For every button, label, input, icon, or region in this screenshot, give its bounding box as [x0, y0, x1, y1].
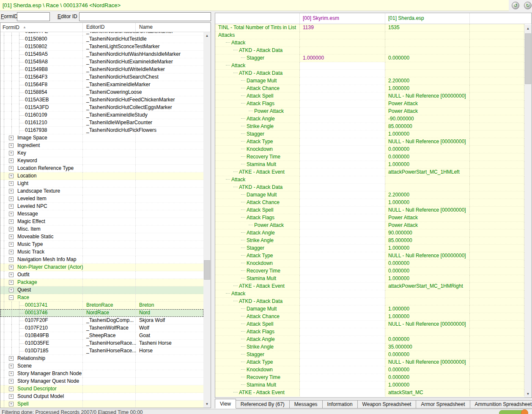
value-skyrim-esm[interactable]: [300, 267, 385, 275]
compare-row[interactable]: Stagger1.000000: [215, 245, 524, 252]
expand-icon[interactable]: +: [9, 151, 14, 155]
compare-row[interactable]: Strike Angle85.000000: [215, 123, 524, 131]
expand-icon[interactable]: +: [9, 166, 14, 171]
value-skyrim-esm[interactable]: [300, 47, 385, 54]
compare-row[interactable]: Recovery Time0.000000: [215, 267, 524, 275]
value-sherda-esp[interactable]: 0.000000: [385, 351, 470, 359]
compare-row[interactable]: Stagger1.0000000.000000: [215, 54, 524, 62]
value-skyrim-esm[interactable]: [300, 77, 385, 85]
tree-record-row[interactable]: 01161210_TasheniIdleWipeBarCounter: [0, 119, 203, 127]
compare-row[interactable]: Knockdown0.000000: [215, 260, 524, 267]
tab-armor-spreadsheet[interactable]: Armor Spreadsheet: [416, 400, 470, 409]
column-header-name[interactable]: Name: [136, 23, 211, 32]
value-sherda-esp[interactable]: attackPowerStart_MC_1HMRight: [385, 283, 470, 290]
expand-icon[interactable]: +: [9, 174, 14, 178]
expand-icon[interactable]: +: [9, 250, 14, 254]
tab-referenced-by-67[interactable]: Referenced By (67): [236, 400, 290, 409]
value-sherda-esp[interactable]: 0.000000: [385, 366, 470, 374]
compare-row[interactable]: Attack Chance1.000000: [215, 199, 524, 207]
value-skyrim-esm[interactable]: [300, 237, 385, 245]
value-skyrim-esm[interactable]: [300, 39, 385, 47]
collapse-icon[interactable]: −: [9, 295, 14, 300]
value-skyrim-esm[interactable]: [300, 374, 385, 381]
value-sherda-esp[interactable]: 90.000000: [385, 229, 470, 237]
value-skyrim-esm[interactable]: [300, 115, 385, 123]
value-skyrim-esm[interactable]: [300, 191, 385, 199]
value-sherda-esp[interactable]: 0.000000: [385, 54, 470, 62]
tree-record-row[interactable]: 011549B8_TasheniNordicHutWriteIdleMarker: [0, 66, 203, 74]
value-skyrim-esm[interactable]: 1.000000: [300, 54, 385, 62]
value-skyrim-esm[interactable]: [300, 62, 385, 70]
value-skyrim-esm[interactable]: [300, 138, 385, 146]
tree-category-row[interactable]: +Moveable Static: [0, 233, 203, 241]
tree-category-row[interactable]: +Leveled Item: [0, 195, 203, 203]
compare-row[interactable]: ATKD - Attack Data: [215, 184, 524, 191]
value-sherda-esp[interactable]: 1.000000: [385, 199, 470, 207]
tree-category-row[interactable]: +Ingredient: [0, 142, 203, 150]
expand-icon[interactable]: +: [9, 288, 14, 292]
tree-category-row[interactable]: +Location Reference Type: [0, 165, 203, 172]
compare-row[interactable]: Strike Angle85.000000: [215, 237, 524, 245]
value-sherda-esp[interactable]: 85.000000: [385, 237, 470, 245]
compare-scrollbar[interactable]: ▲ ▼: [524, 25, 532, 398]
expand-icon[interactable]: +: [9, 196, 14, 201]
value-sherda-esp[interactable]: 0.000000: [385, 267, 470, 275]
compare-row[interactable]: ATKE - Attack EventattackPowerStart_MC_1…: [215, 169, 524, 176]
value-sherda-esp[interactable]: 1.000000: [385, 245, 470, 252]
expand-icon[interactable]: +: [9, 242, 14, 247]
value-sherda-esp[interactable]: -90.000000: [385, 115, 470, 123]
compare-header-skyrim-esm[interactable]: [00] Skyrim.esm: [300, 13, 385, 24]
value-skyrim-esm[interactable]: [300, 336, 385, 343]
expand-icon[interactable]: +: [9, 219, 14, 224]
value-skyrim-esm[interactable]: [300, 229, 385, 237]
tree-category-row[interactable]: +Key: [0, 150, 203, 157]
tree-scrollbar-thumb[interactable]: [204, 260, 210, 280]
value-skyrim-esm[interactable]: [300, 290, 385, 298]
tree-category-row[interactable]: +Message: [0, 210, 203, 218]
tree-category-row[interactable]: +Outfit: [0, 271, 203, 279]
value-sherda-esp[interactable]: [385, 47, 470, 54]
tree-scrollbar[interactable]: ▲ ▼: [203, 32, 211, 408]
tab-ammunition-spreadsheet[interactable]: Ammunition Spreadsheet: [470, 400, 532, 409]
compare-row[interactable]: Attack TypeNULL - Null Reference [000000…: [215, 138, 524, 146]
value-sherda-esp[interactable]: 85.000000: [385, 123, 470, 131]
tab-messages[interactable]: Messages: [290, 400, 323, 409]
value-sherda-esp[interactable]: 0.000000: [385, 146, 470, 153]
value-skyrim-esm[interactable]: [300, 214, 385, 222]
compare-row[interactable]: Attack TypeNULL - Null Reference [000000…: [215, 359, 524, 366]
value-skyrim-esm[interactable]: [300, 260, 385, 267]
value-skyrim-esm[interactable]: [300, 199, 385, 207]
expand-icon[interactable]: +: [9, 136, 14, 140]
value-sherda-esp[interactable]: [385, 298, 470, 305]
value-skyrim-esm[interactable]: [300, 176, 385, 184]
value-skyrim-esm[interactable]: [300, 169, 385, 176]
value-sherda-esp[interactable]: Power Attack: [385, 108, 470, 115]
value-skyrim-esm[interactable]: [300, 222, 385, 229]
value-sherda-esp[interactable]: Power Attack: [385, 100, 470, 108]
compare-row[interactable]: Power AttackPower Attack: [215, 108, 524, 115]
scroll-down-icon[interactable]: ▼: [203, 400, 211, 408]
tree-category-row[interactable]: +Leveled NPC: [0, 203, 203, 210]
compare-row[interactable]: Damage Mult1.000000: [215, 305, 524, 313]
value-sherda-esp[interactable]: 0.000000: [385, 336, 470, 343]
value-skyrim-esm[interactable]: [300, 283, 385, 290]
expand-icon[interactable]: +: [9, 402, 14, 406]
compare-row[interactable]: Power AttackPower Attack: [215, 222, 524, 229]
value-sherda-esp[interactable]: 2.200000: [385, 191, 470, 199]
nav-back-icon[interactable]: ↺: [512, 2, 519, 9]
tree-category-row[interactable]: +Non-Player Character (Actor): [0, 264, 203, 271]
formid-input[interactable]: [17, 12, 50, 21]
value-sherda-esp[interactable]: attackPowerStart_MC_1HMLeft: [385, 169, 470, 176]
value-sherda-esp[interactable]: [385, 70, 470, 77]
value-sherda-esp[interactable]: 1.000000: [385, 313, 470, 321]
tree-category-row[interactable]: +Magic Effect: [0, 218, 203, 226]
value-skyrim-esm[interactable]: [300, 146, 385, 153]
compare-row[interactable]: Attack: [215, 290, 524, 298]
value-sherda-esp[interactable]: NULL - Null Reference [00000000]: [385, 252, 470, 260]
value-skyrim-esm[interactable]: [300, 366, 385, 374]
nav-forward-icon[interactable]: ↻: [524, 2, 532, 9]
compare-row[interactable]: Damage Mult2.200000: [215, 77, 524, 85]
compare-row[interactable]: Attack: [215, 176, 524, 184]
expand-icon[interactable]: +: [9, 234, 14, 239]
value-sherda-esp[interactable]: [385, 62, 470, 70]
